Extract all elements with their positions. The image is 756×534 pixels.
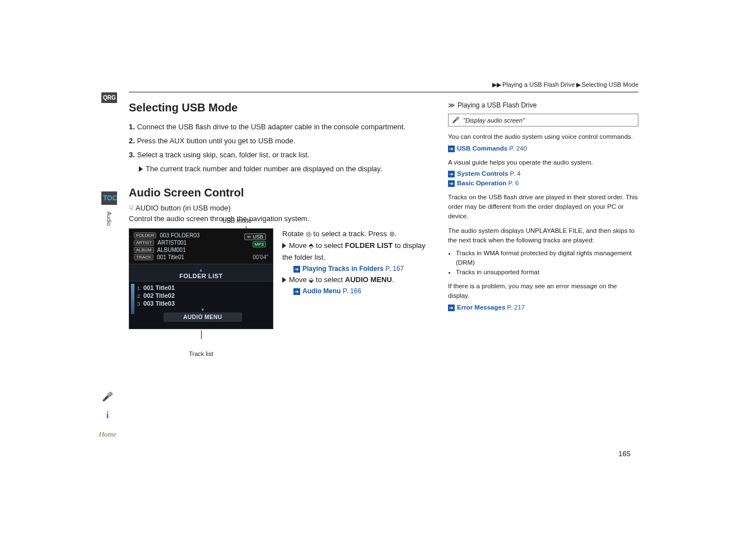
folder-tag: FOLDER (134, 232, 156, 238)
mic-icon: 🎤 (452, 116, 460, 124)
step-substep: The current track number and folder numb… (139, 164, 426, 175)
side-bullet: Tracks in unsupported format (456, 268, 638, 277)
mode-line: ☟AUDIO button (in USB mode) (129, 204, 426, 212)
step-1: 1.Connect the USB flash drive to the USB… (129, 122, 426, 133)
device-screenshot: ⇐ USB MP3 FOLDER003 FOLDER03 ARTISTARTIS… (129, 228, 273, 329)
side-paragraph: The audio system displays UNPLAYABLE FIL… (448, 226, 638, 245)
link-arrow-icon: ➔ (448, 305, 455, 311)
step-2: 2.Press the AUX button until you get to … (129, 136, 426, 147)
section-title-selecting: Selecting USB Mode (129, 101, 426, 114)
rotate-dial-icon: ◎ (306, 230, 311, 238)
track-list-label: Track list (129, 350, 273, 357)
artist-val: ARTIST001 (157, 240, 186, 246)
toc-tab[interactable]: TOC (101, 191, 117, 205)
mp3-badge: MP3 (253, 241, 266, 247)
link-basic-operation[interactable]: ➔Basic Operation P. 6 (448, 180, 638, 187)
list-item: 2002 Title02 (137, 292, 268, 299)
link-arrow-icon: ➔ (293, 266, 300, 273)
scrollbar-indicator (131, 284, 134, 314)
link-arrow-icon: ➔ (293, 288, 300, 295)
track-time: 00'04" (253, 254, 268, 260)
album-val: ALBUM001 (157, 247, 186, 253)
list-item: 1001 Title01 (137, 284, 268, 292)
breadcrumb-seg2: Selecting USB Mode (582, 81, 639, 88)
section-vert-label: Audio (106, 212, 112, 226)
page-number: 165 (618, 449, 631, 458)
sidebar-title: ≫Playing a USB Flash Drive (448, 101, 638, 109)
link-system-controls[interactable]: ➔System Controls P. 4 (448, 170, 638, 177)
down-arrow-icon: ▼ (137, 307, 268, 312)
action-rotate: Rotate ◎ to select a track. Press ⊜. (282, 228, 426, 240)
folder-val: 003 FOLDER03 (160, 232, 199, 238)
link-arrow-icon: ➔ (448, 180, 455, 187)
usb-badge: ⇐ USB (244, 233, 266, 240)
album-tag: ALBUM (134, 247, 154, 253)
link-arrow-icon: ➔ (448, 171, 455, 177)
home-icon[interactable]: Home (100, 427, 115, 442)
side-paragraph: Tracks on the USB flash drive are played… (448, 193, 638, 221)
folder-list-title: ▲FOLDER LIST (129, 264, 273, 282)
voice-command-box: 🎤"Display audio screen" (448, 114, 638, 127)
track-val: 001 Title01 (157, 254, 184, 260)
qrg-tab[interactable]: QRG (101, 92, 117, 103)
info-icon[interactable]: i (100, 407, 115, 423)
usb-mode-label: USB mode (222, 217, 252, 224)
audio-menu-bar: AUDIO MENU (164, 312, 242, 322)
breadcrumb-seg1: Playing a USB Flash Drive (502, 81, 575, 88)
triangle-icon (139, 166, 143, 172)
press-icon: ⊜ (389, 230, 395, 238)
breadcrumb: ▶▶Playing a USB Flash Drive▶Selecting US… (129, 81, 638, 92)
section-title-audio: Audio Screen Control (129, 186, 426, 199)
triangle-icon (282, 243, 286, 249)
voice-icon[interactable]: 🎤 (100, 388, 115, 404)
side-paragraph: A visual guide helps you operate the aud… (448, 158, 638, 167)
hand-icon: ☟ (129, 204, 133, 212)
side-bullet: Tracks in WMA format protected by digita… (456, 249, 638, 268)
side-paragraph: If there is a problem, you may see an er… (448, 282, 638, 300)
list-item: 3003 Title03 (137, 299, 268, 307)
link-audio-menu[interactable]: ➔Audio Menu P. 166 (293, 286, 426, 297)
control-paragraph: Control the audio screen through the nav… (129, 214, 426, 223)
link-error-messages[interactable]: ➔Error Messages P. 217 (448, 304, 638, 311)
action-move-audio: Move ⬙ to select AUDIO MENU. (282, 274, 426, 286)
track-tag: TRACK (134, 254, 153, 260)
link-playing-tracks[interactable]: ➔Playing Tracks in Folders P. 167 (293, 264, 426, 274)
action-move-folder: Move ⬘ to select FOLDER LIST to display … (282, 240, 426, 264)
link-usb-commands[interactable]: ➔USB Commands P. 240 (448, 145, 638, 152)
double-chevron-icon: ≫ (448, 101, 455, 109)
artist-tag: ARTIST (134, 240, 154, 246)
side-paragraph: You can control the audio system using v… (448, 132, 638, 142)
step-3: 3.Select a track using skip, scan, folde… (129, 150, 426, 161)
track-pointer-line (201, 330, 202, 339)
triangle-icon (282, 277, 286, 283)
link-arrow-icon: ➔ (448, 146, 455, 152)
